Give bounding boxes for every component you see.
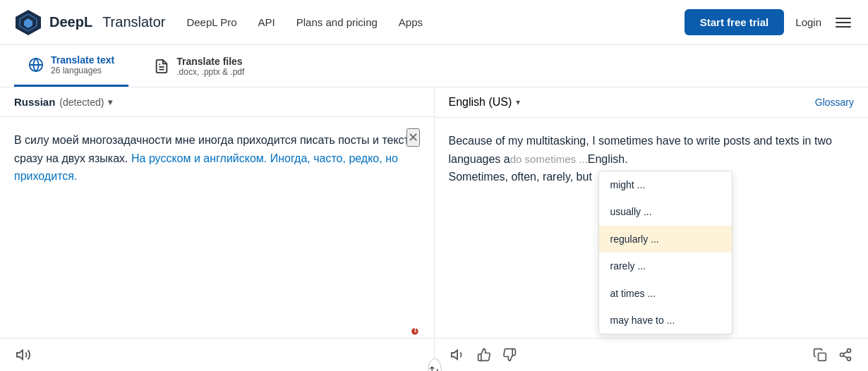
target-panel-footer — [435, 338, 869, 371]
target-text-line2: Sometimes, often, rarely, but — [449, 171, 592, 183]
suggestions-dropdown: might ... usually ... regularly ... rare… — [598, 171, 733, 334]
hamburger-menu[interactable] — [833, 15, 854, 30]
nav-item-plans[interactable]: Plans and pricing — [296, 16, 378, 28]
nav-item-apps[interactable]: Apps — [399, 16, 423, 28]
target-lang-selector[interactable]: English (US) ▾ — [449, 96, 521, 109]
suggestion-might[interactable]: might ... — [599, 171, 732, 198]
thumbs-down-button[interactable] — [501, 346, 518, 363]
source-panel-footer — [0, 338, 434, 371]
logo-brand: DeepL — [49, 14, 92, 30]
deepl-logo-icon — [14, 8, 42, 37]
globe-icon — [28, 57, 44, 73]
header-actions: Start free trial Login — [685, 9, 854, 35]
tab-files-label: Translate files — [176, 56, 244, 67]
file-icon — [154, 59, 169, 74]
source-text-area[interactable]: В силу моей многозадачности мне иногда п… — [0, 117, 434, 338]
error-exclamation: ! — [414, 323, 417, 334]
tab-translate-text[interactable]: Translate text 26 languages — [14, 45, 128, 87]
tab-text-label: Translate text — [51, 54, 114, 66]
target-text-ghost: do sometimes ... — [510, 153, 588, 165]
svg-rect-7 — [819, 353, 826, 361]
tabs-bar: Translate text 26 languages Translate fi… — [0, 45, 868, 87]
header: DeepL Translator DeepL Pro API Plans and… — [0, 0, 868, 45]
svg-point-9 — [840, 353, 844, 357]
svg-point-8 — [848, 349, 851, 353]
suggestion-rarely[interactable]: rarely ... — [599, 253, 732, 279]
source-lang-chevron: ▾ — [108, 97, 112, 107]
svg-marker-5 — [17, 351, 23, 360]
clear-source-button[interactable]: ✕ — [406, 128, 420, 147]
suggestion-usually[interactable]: usually ... — [599, 198, 732, 225]
speaker-icon — [450, 347, 466, 363]
thumbs-up-icon — [477, 348, 491, 362]
tab-files-sub: .docx, .pptx & .pdf — [176, 67, 244, 77]
source-text-highlight2: На русском и английском. — [131, 152, 267, 164]
target-text-after: English. — [588, 153, 628, 165]
target-speaker-button[interactable] — [449, 346, 467, 364]
footer-right-icons — [812, 346, 854, 363]
svg-marker-6 — [451, 351, 457, 360]
nav-item-api[interactable]: API — [258, 16, 275, 28]
target-lang-chevron: ▾ — [516, 97, 520, 107]
logo[interactable]: DeepL Translator — [14, 8, 165, 37]
source-lang-detected: (detected) — [59, 97, 104, 108]
source-lang-selector[interactable]: Russian (detected) ▾ — [14, 96, 112, 108]
main-nav: DeepL Pro API Plans and pricing Apps — [186, 16, 684, 28]
suggestion-at-times[interactable]: at times ... — [599, 280, 732, 307]
source-speaker-button[interactable] — [14, 346, 32, 364]
logo-type: Translator — [102, 14, 165, 30]
suggestion-regularly[interactable]: regularly ... — [599, 226, 732, 253]
copy-icon — [813, 348, 827, 362]
suggestion-may-have-to[interactable]: may have to ... — [599, 307, 732, 334]
svg-line-11 — [843, 355, 848, 358]
start-trial-button[interactable]: Start free trial — [685, 9, 785, 35]
error-indicator: ● ! — [410, 322, 419, 340]
share-button[interactable] — [837, 346, 854, 363]
svg-point-10 — [848, 357, 851, 360]
copy-button[interactable] — [812, 346, 828, 363]
share-icon — [838, 348, 852, 362]
login-button[interactable]: Login — [795, 16, 821, 28]
close-icon: ✕ — [408, 130, 418, 145]
speaker-icon — [16, 347, 31, 363]
source-lang-header: Russian (detected) ▾ — [0, 87, 434, 117]
nav-item-deepl-pro[interactable]: DeepL Pro — [186, 16, 236, 28]
glossary-link[interactable]: Glossary — [815, 97, 854, 108]
target-lang-header: English (US) ▾ Glossary — [435, 87, 869, 118]
source-panel: Russian (detected) ▾ В силу моей многоза… — [0, 87, 435, 371]
footer-left-icons — [449, 346, 518, 364]
thumbs-up-button[interactable] — [476, 346, 493, 363]
target-lang-label: English (US) — [449, 96, 512, 109]
source-lang-label: Russian — [14, 96, 55, 108]
target-text-before: Because of my multitasking, I sometimes … — [449, 135, 832, 165]
swap-icon — [428, 365, 441, 371]
tab-translate-files[interactable]: Translate files .docx, .pptx & .pdf — [140, 45, 258, 87]
svg-line-12 — [843, 351, 848, 353]
target-panel: English (US) ▾ Glossary Because of my mu… — [435, 87, 869, 371]
translation-area: Russian (detected) ▾ В силу моей многоза… — [0, 87, 868, 371]
thumbs-down-icon — [502, 348, 517, 362]
tab-text-sub: 26 languages — [51, 66, 114, 75]
target-text-area: Because of my multitasking, I sometimes … — [435, 118, 869, 338]
